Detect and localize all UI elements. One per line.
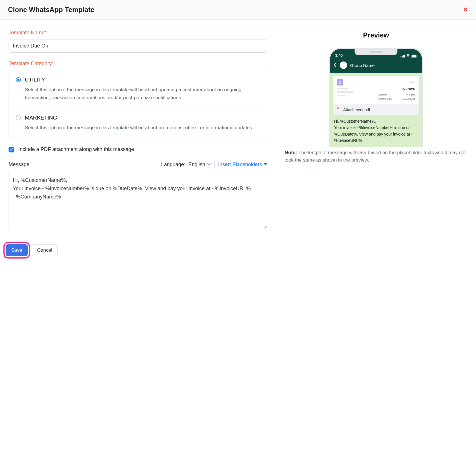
chat-body: Z INVOICE: [330, 73, 422, 147]
preview-message-text: Hi, %CustomerName%, Your invoice - %Invo…: [333, 117, 419, 144]
triangle-down-icon: [264, 163, 267, 166]
cancel-button[interactable]: Cancel: [32, 244, 58, 256]
signal-icon: [401, 55, 405, 57]
message-label: Message: [9, 162, 29, 168]
include-pdf-label: Include a PDF attachment along with this…: [18, 146, 134, 152]
save-button[interactable]: Save: [6, 244, 28, 256]
attachment-card: Z INVOICE: [333, 76, 419, 115]
document-preview: Z INVOICE: [333, 76, 419, 104]
skeleton-line: [337, 95, 345, 96]
message-textarea[interactable]: [9, 172, 267, 229]
include-pdf-checkbox[interactable]: Include a PDF attachment along with this…: [9, 146, 267, 152]
phone-frame: 3:40 Group Name: [329, 48, 423, 147]
template-name-input[interactable]: [9, 39, 267, 53]
modal-title: Clone WhatsApp Template: [8, 6, 94, 14]
doc-row: Invoice Date12.02.2023: [378, 97, 415, 101]
language-label: Language:: [161, 162, 185, 168]
preview-title: Preview: [363, 31, 389, 39]
insert-placeholders-button[interactable]: Insert Placeholders: [218, 162, 267, 168]
wifi-icon: [406, 54, 410, 57]
language-value: English: [188, 162, 205, 168]
chat-name: Group Name: [350, 63, 375, 68]
message-controls: Message Language: English Insert Placeho…: [9, 161, 267, 168]
note-label: Note:: [285, 150, 297, 155]
pdf-icon: [336, 107, 341, 113]
template-category-label: Template Category*: [9, 61, 267, 67]
preview-column: Preview 3:40 Group Nam: [276, 20, 476, 239]
category-title: UTILITY: [25, 77, 45, 83]
chat-header: Group Name: [330, 59, 422, 73]
close-icon[interactable]: ✕: [463, 7, 468, 13]
modal-body: Template Name* Template Category* UTILIT…: [0, 20, 476, 239]
phone-notch: [355, 49, 397, 55]
phone-status-bar: 3:40: [330, 49, 422, 59]
category-group: UTILITY Select this option if the messag…: [9, 70, 267, 138]
attachment-name: Attachment.pdf: [343, 108, 370, 112]
doc-row: Invoice#INV-102: [378, 93, 415, 97]
battery-icon: [411, 55, 417, 57]
language-group: Language: English: [161, 162, 211, 168]
back-icon: [333, 62, 337, 68]
checkbox-icon: [9, 147, 14, 152]
note-text: The length of message will vary based on…: [285, 150, 466, 163]
svg-point-0: [408, 57, 408, 57]
language-select[interactable]: English: [188, 162, 211, 168]
modal-footer: Save Cancel: [0, 239, 476, 261]
insert-placeholders-label: Insert Placeholders: [218, 162, 262, 168]
app-badge-icon: Z: [337, 79, 343, 86]
form-column: Template Name* Template Category* UTILIT…: [0, 20, 276, 239]
category-desc: Select this option if the message in thi…: [16, 86, 260, 102]
chevron-down-icon: [207, 162, 211, 167]
radio-icon: [16, 115, 21, 120]
phone-time: 3:40: [335, 53, 343, 57]
skeleton-line: [337, 88, 348, 90]
divider: [214, 161, 215, 168]
category-option-marketing[interactable]: MARKETING Select this option if the mess…: [9, 108, 267, 138]
skeleton-line: [409, 82, 415, 83]
preview-note: Note: The length of message will vary ba…: [282, 149, 470, 164]
category-desc: Select this option if the message in thi…: [16, 124, 260, 132]
category-title: MARKETING: [25, 115, 57, 121]
doc-title: INVOICE: [378, 88, 415, 91]
attachment-row: Attachment.pdf: [333, 104, 419, 115]
modal-header: Clone WhatsApp Template ✕: [0, 0, 476, 20]
template-name-label: Template Name*: [9, 30, 267, 36]
avatar: [340, 61, 347, 69]
category-option-utility[interactable]: UTILITY Select this option if the messag…: [9, 70, 267, 108]
radio-icon: [16, 77, 21, 82]
skeleton-line: [337, 91, 353, 93]
